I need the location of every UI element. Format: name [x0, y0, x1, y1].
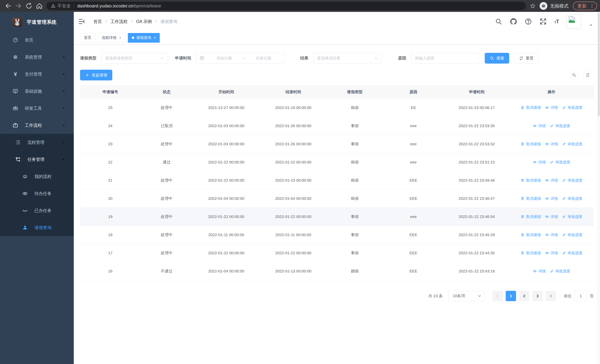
page-size-select[interactable]: 10条/页	[448, 291, 485, 301]
tab-label: 流程详情	[102, 35, 117, 40]
user-avatar[interactable]	[566, 14, 581, 29]
sidebar-item-todo-task[interactable]: 待办任务	[0, 185, 74, 202]
action-progress[interactable]: 审批进度	[550, 160, 570, 165]
action-progress[interactable]: 审批进度	[562, 233, 582, 237]
sidebar-item-my-process[interactable]: 我的流程	[0, 168, 74, 185]
tab-请假查询[interactable]: 请假查询×	[128, 33, 160, 43]
page-button-2[interactable]: 2	[519, 291, 529, 301]
action-progress[interactable]: 审批进度	[550, 123, 570, 129]
tab-close-icon[interactable]: ×	[154, 36, 156, 40]
sidebar-item-leave-query[interactable]: 请假查询	[0, 219, 74, 236]
sidebar-item-process-mgmt[interactable]: 流程管理	[0, 134, 74, 151]
sidebar-item-devtools[interactable]: 研发工具	[0, 100, 74, 117]
browser-update-button[interactable]: 更新	[573, 2, 597, 10]
table-row[interactable]: 25处理中2021-12-27 00:00:002022-01-19 00:00…	[80, 99, 594, 117]
tab-close-icon[interactable]: ×	[119, 36, 121, 40]
action-cancel[interactable]: 取消请假	[521, 251, 541, 256]
sidebar-item-infra[interactable]: 基础设施	[0, 83, 74, 100]
browser-reload-button[interactable]	[25, 2, 33, 10]
apply-time-range-picker[interactable]: 开始日期 - 结束日期	[196, 53, 285, 64]
action-cancel[interactable]: 取消请假	[521, 105, 541, 110]
filter-form: 请假类型 请选择请假类型 申请时间 开始日期 - 结束日期 结果 请选择流结果	[80, 53, 594, 64]
goto-page-input[interactable]	[575, 291, 587, 301]
sidebar-item-system[interactable]: 系统管理	[0, 48, 74, 65]
sidebar-collapse-icon[interactable]	[78, 18, 85, 25]
result-select[interactable]: 请选择流结果	[313, 53, 382, 64]
tab-首页[interactable]: 首页	[80, 33, 95, 43]
search-button[interactable]: 搜索	[485, 53, 509, 64]
browser-menu-icon[interactable]	[590, 3, 594, 8]
action-progress[interactable]: 审批进度	[562, 214, 582, 219]
font-size-icon[interactable]: тT	[554, 18, 559, 25]
breadcrumb-item[interactable]: 工作流程	[111, 19, 128, 24]
action-detail[interactable]: 详情	[545, 214, 558, 219]
action-detail[interactable]: 详情	[545, 142, 558, 147]
action-cancel[interactable]: 取消请假	[521, 196, 541, 201]
action-detail[interactable]: 详情	[533, 123, 546, 129]
action-detail[interactable]: 详情	[545, 196, 558, 201]
address-bar[interactable]: 不安全 dashboard.yudao.iocoder.cn/bpm/oa/le…	[46, 2, 526, 10]
action-progress[interactable]: 审批进度	[562, 178, 582, 183]
app-title: 芋道管理系统	[27, 19, 57, 25]
action-progress[interactable]: 审批进度	[562, 142, 582, 147]
toolbox-icon	[13, 105, 18, 111]
github-icon[interactable]	[510, 18, 517, 25]
tab-流程详情[interactable]: 流程详情×	[98, 33, 125, 43]
sidebar-item-task-mgmt[interactable]: 任务管理	[0, 151, 74, 168]
table-row[interactable]: 22通过2022-01-22 00:00:002022-01-22 00:00:…	[80, 153, 594, 171]
action-detail[interactable]: 详情	[533, 269, 546, 274]
security-warning-icon[interactable]	[51, 3, 56, 8]
table-row[interactable]: 16不通过2022-01-04 00:00:002022-01-13 00:00…	[80, 262, 594, 280]
table-row[interactable]: 23处理中2022-01-03 00:00:002022-01-26 00:00…	[80, 135, 594, 153]
breadcrumb-item[interactable]: 首页	[94, 19, 102, 24]
prev-page-button[interactable]	[492, 291, 503, 301]
table-row[interactable]: 19处理中2022-01-22 00:00:002022-01-22 00:00…	[80, 208, 594, 226]
toggle-search-button[interactable]	[570, 71, 579, 80]
browser-back-button[interactable]	[4, 2, 12, 10]
action-progress[interactable]: 审批进度	[562, 105, 582, 110]
table-row[interactable]: 17处理中2022-01-22 00:00:002022-01-22 00:00…	[80, 244, 594, 262]
action-detail[interactable]: 详情	[545, 233, 558, 237]
next-page-button[interactable]	[546, 291, 556, 301]
action-detail[interactable]: 详情	[533, 160, 546, 165]
action-progress[interactable]: 审批进度	[550, 269, 570, 274]
fullscreen-icon[interactable]	[539, 18, 547, 25]
page-button-3[interactable]: 3	[532, 291, 543, 301]
pen-icon	[562, 142, 566, 146]
action-progress[interactable]: 审批进度	[562, 196, 582, 201]
action-detail[interactable]: 详情	[545, 105, 558, 110]
table-row[interactable]: 24已取消2022-01-03 00:00:002022-01-26 00:00…	[80, 117, 594, 135]
create-leave-button[interactable]: 发起请假	[80, 70, 112, 80]
page-button-1[interactable]: 1	[506, 291, 516, 301]
page-scrollbar[interactable]	[597, 12, 600, 364]
action-detail[interactable]: 详情	[545, 251, 558, 256]
action-cancel[interactable]: 取消请假	[521, 142, 541, 147]
app-logo-row[interactable]: 🐰 芋道管理系统	[0, 12, 74, 31]
reset-button[interactable]: 重置	[514, 53, 538, 64]
sidebar-item-done-task[interactable]: 已办任务	[0, 202, 74, 219]
action-progress[interactable]: 审批进度	[562, 251, 582, 256]
sidebar-item-payment[interactable]: ¥支付管理	[0, 65, 74, 83]
action-cancel[interactable]: 取消请假	[521, 214, 541, 219]
help-icon[interactable]	[525, 18, 532, 25]
table-row[interactable]: 21处理中2022-01-22 00:00:002022-01-23 00:00…	[80, 171, 594, 189]
sidebar-item-home[interactable]: 首页	[0, 31, 74, 48]
action-detail[interactable]: 详情	[545, 178, 558, 183]
header-search-icon[interactable]	[495, 18, 502, 25]
breadcrumb-item[interactable]: OA 示例	[136, 19, 152, 24]
cell-start: 2022-01-22 00:00:00	[193, 208, 260, 226]
table-row[interactable]: 18处理中2022-01-11 00:00:002022-01-11 00:00…	[80, 226, 594, 244]
bookmark-star-icon[interactable]	[530, 3, 536, 9]
browser-home-button[interactable]	[36, 2, 43, 10]
browser-forward-button[interactable]	[15, 2, 22, 10]
sidebar-item-workflow[interactable]: 工作流程	[0, 117, 74, 134]
user-menu-caret-icon[interactable]	[589, 23, 593, 27]
refresh-table-button[interactable]	[583, 71, 592, 80]
sidebar-item-label: 基础设施	[25, 88, 62, 94]
table-row[interactable]: 20处理中2022-01-04 00:00:002022-01-04 00:00…	[80, 189, 594, 208]
leave-type-select[interactable]: 请选择请假类型	[101, 53, 168, 64]
action-cancel[interactable]: 取消请假	[521, 233, 541, 237]
action-cancel[interactable]: 取消请假	[521, 178, 541, 183]
reason-input[interactable]	[415, 56, 475, 60]
scrollbar-thumb[interactable]	[598, 13, 600, 116]
